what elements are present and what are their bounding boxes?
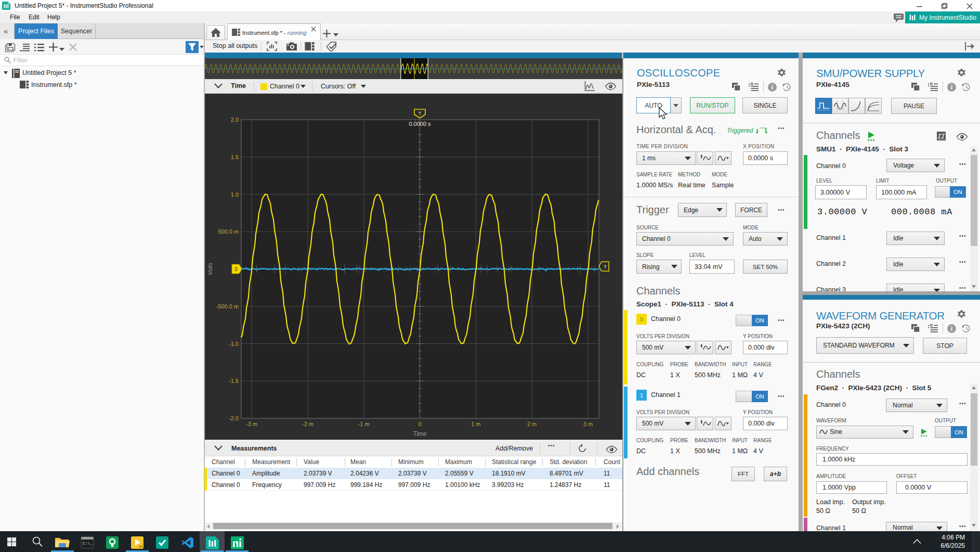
svg-text:Time: Time xyxy=(413,430,427,438)
svg-text:-500.0 m: -500.0 m xyxy=(216,303,239,310)
svg-text:24: 24 xyxy=(139,545,143,548)
svg-text:C:\_: C:\_ xyxy=(83,541,93,546)
svg-text:500.0 m: 500.0 m xyxy=(218,228,239,235)
svg-text:2.0: 2.0 xyxy=(231,117,239,123)
svg-text:0: 0 xyxy=(234,266,238,272)
svg-text:-1 m: -1 m xyxy=(358,421,370,427)
svg-text:T: T xyxy=(604,264,607,269)
svg-text:-2 m: -2 m xyxy=(302,421,313,427)
svg-text:3 m: 3 m xyxy=(583,421,593,427)
svg-text:1.0: 1.0 xyxy=(231,191,239,198)
svg-text:-2.0: -2.0 xyxy=(229,415,239,421)
svg-text:1 m: 1 m xyxy=(471,421,480,427)
svg-text:-1.5: -1.5 xyxy=(229,378,239,384)
svg-text:0: 0 xyxy=(418,421,421,427)
svg-text:T: T xyxy=(419,111,422,116)
svg-text:2 m: 2 m xyxy=(527,421,537,427)
svg-text:-1.0: -1.0 xyxy=(229,341,239,347)
svg-text:1.5: 1.5 xyxy=(231,154,239,160)
svg-text:0.0000 s: 0.0000 s xyxy=(409,121,431,127)
svg-text:-3 m: -3 m xyxy=(246,421,257,427)
svg-text:Volts: Volts xyxy=(207,262,213,275)
